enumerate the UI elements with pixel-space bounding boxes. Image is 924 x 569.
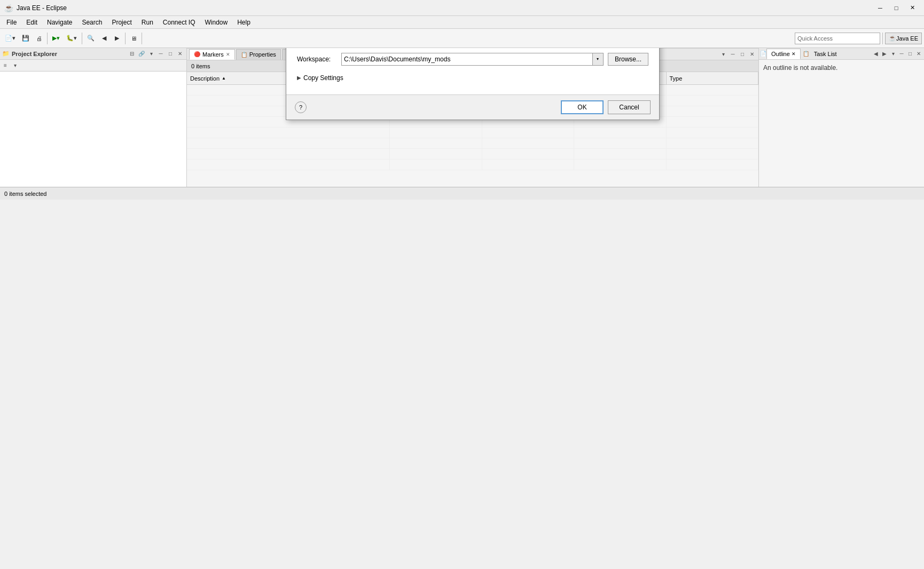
quick-access-label: Quick Access	[797, 35, 833, 42]
properties-icon: 📋	[241, 52, 247, 58]
toolbar-sep5	[882, 33, 883, 44]
toolbar-new-btn[interactable]: 📄▾	[2, 31, 18, 46]
menu-edit[interactable]: Edit	[22, 17, 42, 28]
table-row	[187, 160, 758, 170]
collapse-all-btn[interactable]: ⊟	[128, 50, 136, 58]
menu-window[interactable]: Window	[201, 17, 232, 28]
sort-arrow-icon: ▲	[222, 76, 226, 81]
toolbar-sep1	[47, 33, 48, 44]
menu-project[interactable]: Project	[107, 17, 136, 28]
cell-type-3	[667, 106, 759, 116]
items-count-label: 0 items	[191, 63, 210, 69]
menu-navigate[interactable]: Navigate	[43, 17, 76, 28]
toolbar-monitor-btn[interactable]: 🖥	[128, 31, 139, 46]
table-row	[187, 149, 758, 160]
task-list-icon: 📋	[803, 51, 809, 57]
menu-bar: File Edit Navigate Search Project Run Co…	[0, 16, 924, 29]
link-editor-btn[interactable]: 🔗	[137, 50, 146, 58]
copy-settings-label: Copy Settings	[303, 74, 343, 82]
workspace-dropdown-btn[interactable]: ▾	[592, 53, 603, 65]
toolbar-small-2[interactable]: ▾	[11, 61, 19, 70]
toolbar-run-btn[interactable]: ▶▾	[50, 31, 62, 46]
toolbar-debug-btn[interactable]: 🐛▾	[64, 31, 80, 46]
project-explorer-icon: 📁	[2, 50, 10, 57]
toolbar-back-btn[interactable]: ◀	[98, 31, 110, 46]
cell-desc-6	[187, 138, 390, 148]
project-explorer-toolbar: ≡ ▾	[0, 60, 186, 72]
markers-tab-label: Markers	[202, 51, 224, 58]
status-bar: 0 items selected	[0, 187, 924, 200]
quick-access-input[interactable]: Quick Access	[795, 33, 880, 44]
copy-settings-row[interactable]: ▶ Copy Settings	[297, 74, 648, 82]
bottom-panel-maximize-btn[interactable]: □	[738, 50, 747, 59]
menu-file[interactable]: File	[2, 17, 21, 28]
help-button[interactable]: ?	[295, 101, 307, 113]
cell-res-5	[390, 128, 482, 138]
right-panel-close-btn[interactable]: ✕	[914, 50, 923, 58]
table-row	[187, 128, 758, 138]
task-list-tab-label: Task List	[814, 51, 837, 57]
cell-loc-7	[574, 149, 667, 159]
menu-run[interactable]: Run	[137, 17, 158, 28]
menu-help[interactable]: Help	[233, 17, 255, 28]
main-work-area: 📁 Project Explorer ⊟ 🔗 ▾ ─ □ ✕ ≡ ▾	[0, 48, 924, 187]
minimize-button[interactable]: ─	[873, 2, 888, 14]
panel-minimize-btn[interactable]: ─	[156, 50, 165, 58]
table-row	[187, 138, 758, 149]
close-window-button[interactable]: ✕	[905, 2, 920, 14]
left-panel: 📁 Project Explorer ⊟ 🔗 ▾ ─ □ ✕ ≡ ▾	[0, 48, 187, 187]
toolbar: 📄▾ 💾 🖨 ▶▾ 🐛▾ 🔍 ◀ ▶ 🖥 Quick Access ☕ Java…	[0, 29, 924, 48]
toolbar-print-btn[interactable]: 🖨	[33, 31, 45, 46]
right-panel-back-btn[interactable]: ◀	[872, 50, 880, 58]
copy-settings-arrow-icon: ▶	[297, 75, 301, 81]
right-panel-minimize-btn[interactable]: ─	[897, 50, 906, 58]
markers-close-icon[interactable]: ✕	[226, 52, 230, 57]
tab-task-list[interactable]: Task List	[809, 49, 842, 59]
dialog-bottom-left: ?	[295, 101, 307, 113]
right-panel-maximize-btn[interactable]: □	[906, 50, 914, 58]
title-bar-controls: ─ □ ✕	[873, 2, 920, 14]
ok-button[interactable]: OK	[561, 100, 604, 114]
title-bar: ☕ Java EE - Eclipse ─ □ ✕	[0, 0, 924, 16]
cell-type-2	[667, 96, 759, 106]
tab-markers[interactable]: 🔴 Markers ✕	[189, 49, 235, 60]
markers-icon: 🔴	[194, 51, 200, 57]
toolbar-sep2	[82, 33, 82, 44]
toolbar-small-1[interactable]: ≡	[1, 61, 10, 70]
panel-maximize-btn[interactable]: □	[166, 50, 175, 58]
maximize-button[interactable]: □	[889, 2, 904, 14]
perspective-btn[interactable]: ☕ Java EE	[885, 33, 922, 44]
toolbar-forward-btn[interactable]: ▶	[111, 31, 123, 46]
right-panel-menu-btn[interactable]: ▾	[889, 50, 897, 58]
app-icon: ☕	[4, 4, 13, 12]
right-panel-forward-btn[interactable]: ▶	[880, 50, 889, 58]
bottom-panel-menu-btn[interactable]: ▾	[719, 50, 727, 59]
panel-close-btn[interactable]: ✕	[176, 50, 184, 58]
workspace-launcher-dialog: ⚙ Workspace Launcher ✕ Select a workspac…	[286, 48, 660, 120]
menu-search[interactable]: Search	[77, 17, 106, 28]
bottom-panel-close-btn[interactable]: ✕	[748, 50, 756, 59]
project-explorer-header: 📁 Project Explorer ⊟ 🔗 ▾ ─ □ ✕	[0, 48, 186, 60]
cell-path-5	[482, 128, 575, 138]
right-panel-tabs: 📄 Outline ✕ 📋 Task List ◀ ▶ ▾ ─ □ ✕	[759, 48, 924, 60]
dialog-content: Select a workspace Eclipse stores your p…	[286, 48, 659, 94]
toolbar-search-btn[interactable]: 🔍	[84, 31, 97, 46]
cancel-button[interactable]: Cancel	[608, 100, 651, 114]
panel-menu-btn[interactable]: ▾	[147, 50, 155, 58]
outline-tab-close-icon[interactable]: ✕	[792, 51, 796, 57]
tab-properties[interactable]: 📋 Properties	[236, 49, 281, 60]
properties-tab-label: Properties	[249, 51, 276, 58]
cell-type-4	[667, 117, 759, 127]
workspace-input[interactable]	[342, 53, 592, 65]
browse-button[interactable]: Browse...	[608, 53, 648, 66]
status-text: 0 items selected	[4, 191, 46, 197]
cell-res-6	[390, 138, 482, 148]
workspace-input-container[interactable]: ▾	[341, 53, 604, 66]
cell-desc-8	[187, 160, 390, 170]
cell-desc-7	[187, 149, 390, 159]
bottom-panel-minimize-btn[interactable]: ─	[729, 50, 737, 59]
tab-outline[interactable]: Outline ✕	[766, 49, 801, 59]
toolbar-save-btn[interactable]: 💾	[19, 31, 32, 46]
title-bar-left: ☕ Java EE - Eclipse	[4, 4, 67, 12]
menu-connectiq[interactable]: Connect IQ	[159, 17, 200, 28]
